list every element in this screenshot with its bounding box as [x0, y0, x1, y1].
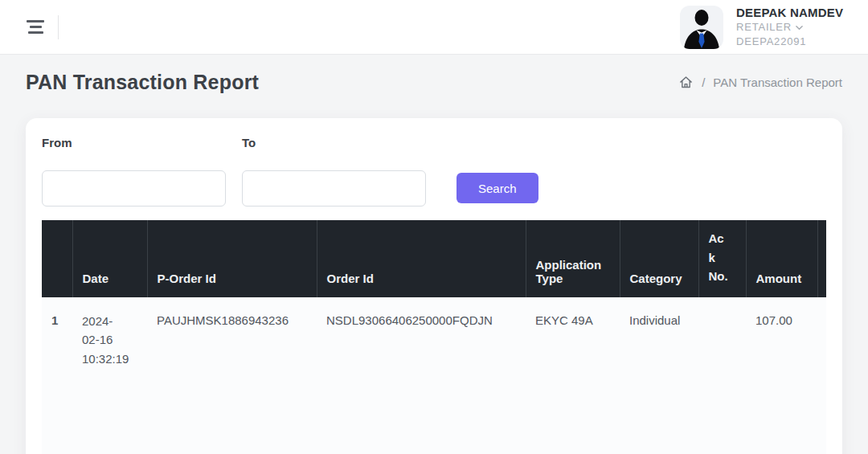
col-header-amount: Amount — [746, 220, 817, 297]
col-header-date: Date — [72, 220, 147, 297]
breadcrumb-current: PAN Transaction Report — [713, 76, 842, 89]
cell-sno: 1 — [42, 297, 72, 390]
user-id: DEEPA22091 — [736, 36, 849, 47]
cell-order-id: NSDL93066406250000FQDJN — [317, 297, 526, 390]
col-header-sno — [42, 220, 72, 297]
topbar-divider — [58, 15, 59, 39]
to-field-group: To — [242, 136, 426, 207]
topbar: DEEPAK NAMDEV RETAILER DEEPA22091 — [0, 0, 868, 55]
cell-application-type: EKYC 49A — [526, 297, 620, 390]
col-header-application-type: Application Type — [526, 220, 620, 297]
breadcrumb: / PAN Transaction Report — [678, 75, 842, 90]
cell-extra — [817, 297, 826, 390]
col-header-p-order-id: P-Order Id — [147, 220, 317, 297]
user-info: DEEPAK NAMDEV RETAILER DEEPA22091 — [736, 6, 855, 47]
user-name: DEEPAK NAMDEV — [736, 6, 849, 20]
search-button[interactable]: Search — [457, 173, 538, 203]
user-role[interactable]: RETAILER — [736, 22, 849, 33]
col-header-order-id: Order Id — [317, 220, 526, 297]
table-container: Date P-Order Id Order Id Application Typ… — [42, 220, 826, 454]
filter-row: From To Search — [42, 136, 826, 207]
from-field-group: From — [42, 136, 226, 207]
table-row: 1 2024-02-16 10:32:19 PAUJHMSK1886943236… — [42, 297, 826, 390]
breadcrumb-separator: / — [702, 76, 705, 89]
to-label: To — [242, 136, 426, 149]
page-head: PAN Transaction Report / PAN Transaction… — [0, 55, 868, 94]
user-role-label: RETAILER — [736, 22, 792, 33]
cell-amount: 107.00 — [746, 297, 817, 390]
from-date-input[interactable] — [42, 170, 226, 207]
user-avatar-image — [680, 6, 723, 49]
col-header-category: Category — [620, 220, 698, 297]
avatar[interactable] — [680, 6, 723, 49]
cell-p-order-id: PAUJHMSK1886943236 — [147, 297, 317, 390]
menu-icon[interactable] — [26, 17, 45, 37]
report-card: From To Search Date P-Order Id Order Id … — [26, 118, 842, 454]
transaction-table: Date P-Order Id Order Id Application Typ… — [42, 220, 826, 390]
from-label: From — [42, 136, 226, 149]
cell-ack-no — [698, 297, 746, 390]
cell-category: Individual — [620, 297, 698, 390]
cell-date: 2024-02-16 10:32:19 — [72, 297, 147, 390]
page-title: PAN Transaction Report — [26, 71, 259, 94]
table-header: Date P-Order Id Order Id Application Typ… — [42, 220, 826, 297]
chevron-down-icon — [796, 24, 803, 31]
user-menu[interactable]: DEEPAK NAMDEV RETAILER DEEPA22091 — [680, 6, 855, 49]
col-header-ack-no: Ack No. — [698, 220, 746, 297]
home-icon[interactable] — [678, 75, 694, 90]
to-date-input[interactable] — [242, 170, 426, 207]
col-header-extra — [817, 220, 826, 297]
